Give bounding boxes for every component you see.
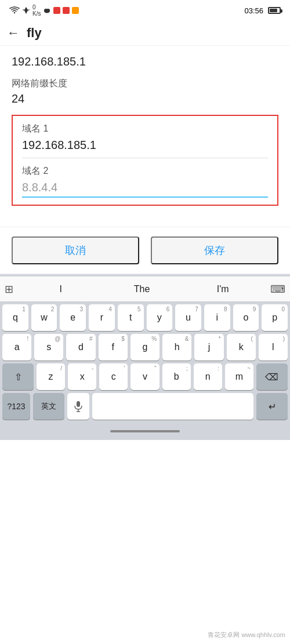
cloud-icon bbox=[43, 6, 51, 14]
status-left: 0K/s bbox=[9, 4, 79, 17]
page-title: fly bbox=[27, 26, 42, 41]
svg-rect-3 bbox=[77, 401, 80, 407]
key-c[interactable]: 'c bbox=[99, 363, 128, 390]
backspace-key[interactable]: ⌫ bbox=[256, 363, 288, 390]
key-x[interactable]: -x bbox=[68, 363, 96, 390]
shift-key[interactable]: ⇧ bbox=[2, 363, 34, 390]
key-n[interactable]: :n bbox=[194, 363, 222, 390]
key-z[interactable]: /z bbox=[37, 363, 65, 390]
suggestion-im[interactable]: I'm bbox=[182, 284, 263, 294]
grid-icon[interactable]: ⊞ bbox=[5, 283, 13, 296]
dns2-label: 域名 2 bbox=[22, 165, 268, 177]
suggestion-i[interactable]: I bbox=[20, 284, 102, 294]
mic-key[interactable] bbox=[67, 393, 89, 420]
key-y[interactable]: 6y bbox=[147, 304, 173, 331]
key-e[interactable]: 3e bbox=[60, 304, 86, 331]
back-button[interactable]: ← bbox=[7, 26, 20, 41]
keyboard-rows: 1q 2w 3e 4r 5t 6y 7u 8i 9o 0p !a @s #d $… bbox=[0, 302, 290, 420]
notif-icon-2 bbox=[63, 7, 70, 14]
mic-icon bbox=[74, 401, 83, 412]
battery-icon bbox=[268, 7, 281, 14]
ip-value: 192.168.185.1 bbox=[12, 55, 278, 68]
airplane-icon bbox=[22, 6, 30, 14]
key-h[interactable]: &h bbox=[162, 334, 191, 361]
prefix-label: 网络前缀长度 bbox=[12, 78, 278, 90]
keyboard: ⊞ I The I'm ⌨ 1q 2w 3e 4r 5t 6y 7u 8i 9o… bbox=[0, 274, 290, 440]
lang-key[interactable]: 英文 bbox=[33, 393, 64, 420]
action-buttons: 取消 保存 bbox=[0, 227, 290, 274]
status-bar: 0K/s 03:56 bbox=[0, 0, 290, 21]
home-indicator bbox=[110, 430, 180, 432]
key-i[interactable]: 8i bbox=[204, 304, 230, 331]
key-t[interactable]: 5t bbox=[118, 304, 144, 331]
key-b[interactable]: ;b bbox=[162, 363, 191, 390]
save-button[interactable]: 保存 bbox=[151, 237, 278, 264]
suggestion-the[interactable]: The bbox=[102, 284, 183, 294]
key-d[interactable]: #d bbox=[66, 334, 95, 361]
key-u[interactable]: 7u bbox=[175, 304, 201, 331]
prefix-value: 24 bbox=[12, 92, 278, 105]
kb-row-1: 1q 2w 3e 4r 5t 6y 7u 8i 9o 0p bbox=[2, 304, 288, 331]
key-j[interactable]: *j bbox=[194, 334, 223, 361]
kb-row-2: !a @s #d $f %g &h *j (k )l bbox=[2, 334, 288, 361]
key-g[interactable]: %g bbox=[130, 334, 160, 361]
hide-keyboard-icon[interactable]: ⌨ bbox=[270, 283, 285, 296]
status-time: 03:56 bbox=[244, 6, 263, 15]
key-w[interactable]: 2w bbox=[31, 304, 57, 331]
number-switch-key[interactable]: ?123 bbox=[2, 393, 30, 420]
key-m[interactable]: ~m bbox=[225, 363, 253, 390]
signal-text: 0K/s bbox=[32, 4, 41, 17]
key-r[interactable]: 4r bbox=[89, 304, 115, 331]
form-content: 192.168.185.1 网络前缀长度 24 域名 1 192.168.185… bbox=[0, 46, 290, 227]
key-a[interactable]: !a bbox=[2, 334, 31, 361]
watermark: 青花安卓网 www.qhhlv.com bbox=[208, 631, 285, 639]
wifi-icon bbox=[9, 6, 20, 14]
status-right: 03:56 bbox=[244, 6, 281, 15]
kb-row-3: ⇧ /z -x 'c "v ;b :n ~m ⌫ bbox=[2, 363, 288, 390]
dns1-label: 域名 1 bbox=[22, 123, 268, 135]
key-p[interactable]: 0p bbox=[262, 304, 288, 331]
space-key[interactable] bbox=[92, 393, 253, 420]
svg-point-2 bbox=[46, 9, 50, 12]
kb-row-4: ?123 英文 ↵ bbox=[2, 393, 288, 420]
dns2-value[interactable]: 8.8.4.4 bbox=[22, 181, 268, 198]
key-q[interactable]: 1q bbox=[2, 304, 28, 331]
key-k[interactable]: (k bbox=[227, 334, 256, 361]
header: ← fly bbox=[0, 21, 290, 46]
cancel-button[interactable]: 取消 bbox=[12, 237, 139, 264]
key-l[interactable]: )l bbox=[259, 334, 288, 361]
notif-icon-3 bbox=[72, 7, 79, 14]
dns-box: 域名 1 192.168.185.1 域名 2 8.8.4.4 bbox=[12, 115, 278, 206]
key-o[interactable]: 9o bbox=[233, 304, 259, 331]
key-f[interactable]: $f bbox=[99, 334, 128, 361]
key-s[interactable]: @s bbox=[34, 334, 63, 361]
key-v[interactable]: "v bbox=[130, 363, 159, 390]
return-key[interactable]: ↵ bbox=[256, 393, 288, 420]
suggestions-bar: ⊞ I The I'm ⌨ bbox=[0, 276, 290, 302]
dns1-value[interactable]: 192.168.185.1 bbox=[22, 139, 268, 158]
notif-icon-1 bbox=[53, 7, 60, 14]
bottom-bar bbox=[0, 423, 290, 440]
